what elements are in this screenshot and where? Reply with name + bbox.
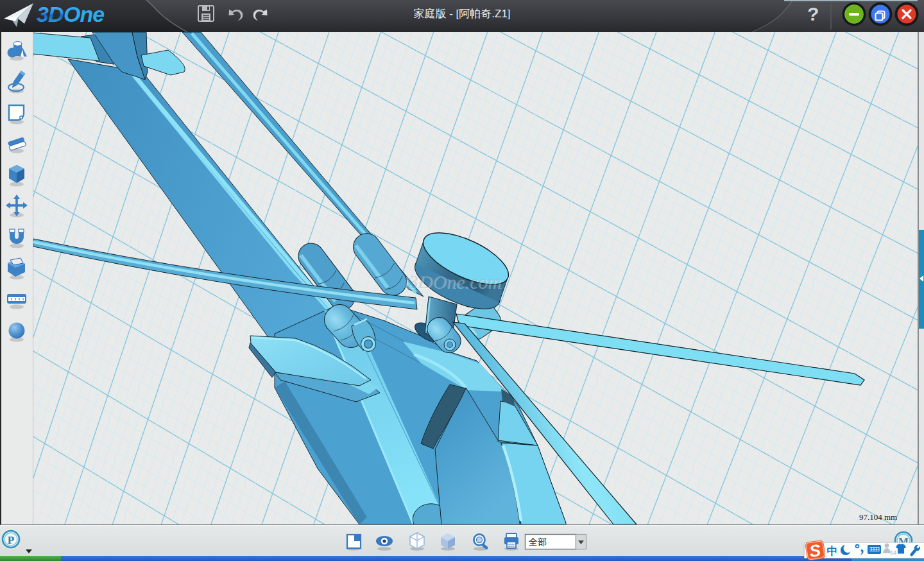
svg-text:i3DOne.com: i3DOne.com — [404, 271, 501, 292]
svg-text:中: 中 — [827, 545, 838, 557]
svg-text:全部: 全部 — [529, 537, 547, 547]
svg-text:One: One — [64, 2, 104, 26]
svg-text:97.104 mm: 97.104 mm — [859, 512, 897, 522]
svg-text:家庭版 - [阿帕奇.Z1]: 家庭版 - [阿帕奇.Z1] — [413, 8, 510, 20]
svg-text:14: 14 — [890, 549, 896, 556]
svg-text:3D: 3D — [37, 2, 64, 26]
svg-text:?: ? — [807, 3, 819, 24]
svg-text:P: P — [8, 534, 14, 546]
